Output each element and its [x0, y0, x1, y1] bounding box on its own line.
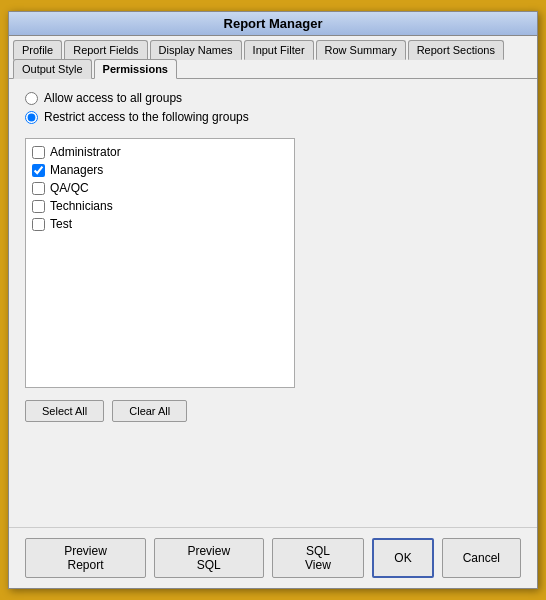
preview-sql-button[interactable]: Preview SQL [154, 538, 263, 578]
tab-row-summary[interactable]: Row Summary [316, 40, 406, 60]
group-item-qaqc[interactable]: QA/QC [30, 179, 290, 197]
select-all-button[interactable]: Select All [25, 400, 104, 422]
restrict-access-label: Restrict access to the following groups [44, 110, 249, 124]
restrict-access-radio[interactable]: Restrict access to the following groups [25, 110, 521, 124]
group-label-qaqc: QA/QC [50, 181, 89, 195]
access-radio-group: Allow access to all groups Restrict acce… [25, 91, 521, 124]
tab-input-filter[interactable]: Input Filter [244, 40, 314, 60]
tab-permissions[interactable]: Permissions [94, 59, 177, 79]
cancel-button[interactable]: Cancel [442, 538, 521, 578]
groups-listbox: AdministratorManagersQA/QCTechniciansTes… [25, 138, 295, 388]
group-checkbox-managers[interactable] [32, 164, 45, 177]
group-label-technicians: Technicians [50, 199, 113, 213]
group-item-administrator[interactable]: Administrator [30, 143, 290, 161]
group-checkbox-test[interactable] [32, 218, 45, 231]
group-label-administrator: Administrator [50, 145, 121, 159]
tab-output-style[interactable]: Output Style [13, 59, 92, 79]
ok-button[interactable]: OK [372, 538, 433, 578]
group-checkbox-qaqc[interactable] [32, 182, 45, 195]
content-area: Allow access to all groups Restrict acce… [9, 79, 537, 527]
restrict-access-input[interactable] [25, 111, 38, 124]
allow-all-radio[interactable]: Allow access to all groups [25, 91, 521, 105]
title-bar: Report Manager [9, 12, 537, 36]
group-item-managers[interactable]: Managers [30, 161, 290, 179]
tabs-bar: ProfileReport FieldsDisplay NamesInput F… [9, 36, 537, 79]
group-item-test[interactable]: Test [30, 215, 290, 233]
footer-bar: Preview Report Preview SQL SQL View OK C… [9, 527, 537, 588]
tab-profile[interactable]: Profile [13, 40, 62, 60]
tab-display-names[interactable]: Display Names [150, 40, 242, 60]
sql-view-button[interactable]: SQL View [272, 538, 365, 578]
group-checkbox-administrator[interactable] [32, 146, 45, 159]
allow-all-input[interactable] [25, 92, 38, 105]
listbox-buttons: Select All Clear All [25, 400, 521, 422]
preview-report-button[interactable]: Preview Report [25, 538, 146, 578]
group-checkbox-technicians[interactable] [32, 200, 45, 213]
main-window: Report Manager ProfileReport FieldsDispl… [8, 11, 538, 589]
allow-all-label: Allow access to all groups [44, 91, 182, 105]
tab-report-sections[interactable]: Report Sections [408, 40, 504, 60]
tab-report-fields[interactable]: Report Fields [64, 40, 147, 60]
group-label-test: Test [50, 217, 72, 231]
clear-all-button[interactable]: Clear All [112, 400, 187, 422]
group-item-technicians[interactable]: Technicians [30, 197, 290, 215]
window-title: Report Manager [224, 16, 323, 31]
group-label-managers: Managers [50, 163, 103, 177]
